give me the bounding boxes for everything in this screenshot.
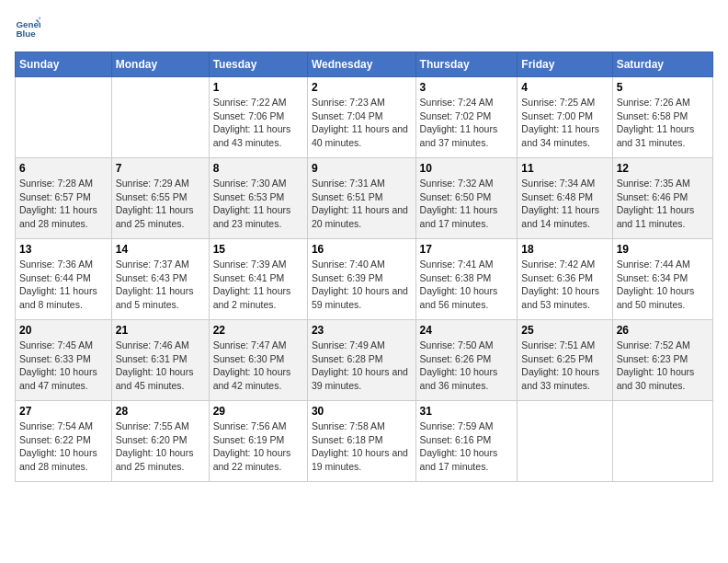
- calendar-header-wednesday: Wednesday: [307, 52, 415, 77]
- day-content: Sunrise: 7:39 AM Sunset: 6:41 PM Dayligh…: [213, 258, 303, 312]
- day-number: 1: [213, 81, 303, 94]
- calendar-table: SundayMondayTuesdayWednesdayThursdayFrid…: [15, 52, 713, 482]
- calendar-week-row: 20Sunrise: 7:45 AM Sunset: 6:33 PM Dayli…: [16, 320, 713, 401]
- day-content: Sunrise: 7:56 AM Sunset: 6:19 PM Dayligh…: [213, 419, 303, 474]
- day-content: Sunrise: 7:41 AM Sunset: 6:38 PM Dayligh…: [420, 258, 514, 312]
- day-content: Sunrise: 7:51 AM Sunset: 6:25 PM Dayligh…: [521, 339, 608, 393]
- day-number: 15: [213, 243, 303, 256]
- day-number: 13: [19, 243, 108, 256]
- day-content: Sunrise: 7:28 AM Sunset: 6:57 PM Dayligh…: [19, 177, 108, 231]
- calendar-cell: 16Sunrise: 7:40 AM Sunset: 6:39 PM Dayli…: [307, 239, 415, 320]
- calendar-cell: 10Sunrise: 7:32 AM Sunset: 6:50 PM Dayli…: [415, 158, 518, 239]
- day-number: 25: [521, 324, 608, 337]
- day-content: Sunrise: 7:46 AM Sunset: 6:31 PM Dayligh…: [116, 339, 205, 393]
- day-content: Sunrise: 7:36 AM Sunset: 6:44 PM Dayligh…: [19, 258, 108, 312]
- calendar-cell: 15Sunrise: 7:39 AM Sunset: 6:41 PM Dayli…: [209, 239, 307, 320]
- day-content: Sunrise: 7:54 AM Sunset: 6:22 PM Dayligh…: [19, 419, 108, 474]
- calendar-cell: 19Sunrise: 7:44 AM Sunset: 6:34 PM Dayli…: [612, 239, 712, 320]
- day-number: 4: [521, 81, 608, 94]
- day-content: Sunrise: 7:32 AM Sunset: 6:50 PM Dayligh…: [420, 177, 514, 231]
- day-content: Sunrise: 7:29 AM Sunset: 6:55 PM Dayligh…: [116, 177, 205, 231]
- calendar-cell: 31Sunrise: 7:59 AM Sunset: 6:16 PM Dayli…: [415, 401, 518, 482]
- calendar-cell: 12Sunrise: 7:35 AM Sunset: 6:46 PM Dayli…: [612, 158, 712, 239]
- calendar-cell: 30Sunrise: 7:58 AM Sunset: 6:18 PM Dayli…: [307, 401, 415, 482]
- day-number: 18: [521, 243, 608, 256]
- day-number: 26: [617, 324, 709, 337]
- day-content: Sunrise: 7:35 AM Sunset: 6:46 PM Dayligh…: [617, 177, 709, 231]
- day-number: 27: [19, 405, 108, 418]
- day-number: 29: [213, 405, 303, 418]
- day-content: Sunrise: 7:25 AM Sunset: 7:00 PM Dayligh…: [521, 96, 608, 150]
- calendar-cell: [518, 401, 612, 482]
- day-number: 11: [521, 162, 608, 175]
- day-number: 2: [312, 81, 412, 94]
- calendar-cell: 3Sunrise: 7:24 AM Sunset: 7:02 PM Daylig…: [415, 77, 518, 158]
- day-number: 28: [116, 405, 205, 418]
- day-content: Sunrise: 7:22 AM Sunset: 7:06 PM Dayligh…: [213, 96, 303, 150]
- calendar-cell: [612, 401, 712, 482]
- calendar-cell: 29Sunrise: 7:56 AM Sunset: 6:19 PM Dayli…: [209, 401, 307, 482]
- calendar-header-thursday: Thursday: [415, 52, 518, 77]
- calendar-cell: 13Sunrise: 7:36 AM Sunset: 6:44 PM Dayli…: [16, 239, 112, 320]
- calendar-week-row: 27Sunrise: 7:54 AM Sunset: 6:22 PM Dayli…: [16, 401, 713, 482]
- day-number: 22: [213, 324, 303, 337]
- calendar-cell: 2Sunrise: 7:23 AM Sunset: 7:04 PM Daylig…: [307, 77, 415, 158]
- day-number: 6: [19, 162, 108, 175]
- day-content: Sunrise: 7:58 AM Sunset: 6:18 PM Dayligh…: [312, 419, 412, 474]
- day-number: 31: [420, 405, 514, 418]
- calendar-week-row: 1Sunrise: 7:22 AM Sunset: 7:06 PM Daylig…: [16, 77, 713, 158]
- calendar-header-monday: Monday: [111, 52, 209, 77]
- day-content: Sunrise: 7:30 AM Sunset: 6:53 PM Dayligh…: [213, 177, 303, 231]
- calendar-week-row: 6Sunrise: 7:28 AM Sunset: 6:57 PM Daylig…: [16, 158, 713, 239]
- day-content: Sunrise: 7:50 AM Sunset: 6:26 PM Dayligh…: [420, 339, 514, 393]
- calendar-cell: 22Sunrise: 7:47 AM Sunset: 6:30 PM Dayli…: [209, 320, 307, 401]
- day-number: 24: [420, 324, 514, 337]
- day-content: Sunrise: 7:44 AM Sunset: 6:34 PM Dayligh…: [617, 258, 709, 312]
- svg-text:Blue: Blue: [16, 29, 36, 39]
- day-number: 14: [116, 243, 205, 256]
- calendar-week-row: 13Sunrise: 7:36 AM Sunset: 6:44 PM Dayli…: [16, 239, 713, 320]
- day-content: Sunrise: 7:40 AM Sunset: 6:39 PM Dayligh…: [312, 258, 412, 312]
- day-content: Sunrise: 7:26 AM Sunset: 6:58 PM Dayligh…: [617, 96, 709, 150]
- day-content: Sunrise: 7:31 AM Sunset: 6:51 PM Dayligh…: [312, 177, 412, 231]
- day-content: Sunrise: 7:52 AM Sunset: 6:23 PM Dayligh…: [617, 339, 709, 393]
- calendar-header-sunday: Sunday: [16, 52, 112, 77]
- day-number: 9: [312, 162, 412, 175]
- calendar-cell: 8Sunrise: 7:30 AM Sunset: 6:53 PM Daylig…: [209, 158, 307, 239]
- day-content: Sunrise: 7:55 AM Sunset: 6:20 PM Dayligh…: [116, 419, 205, 474]
- calendar-cell: 1Sunrise: 7:22 AM Sunset: 7:06 PM Daylig…: [209, 77, 307, 158]
- day-number: 21: [116, 324, 205, 337]
- page-header: General Blue: [15, 15, 713, 40]
- calendar-cell: 11Sunrise: 7:34 AM Sunset: 6:48 PM Dayli…: [518, 158, 612, 239]
- logo-icon: General Blue: [15, 15, 40, 40]
- day-number: 5: [617, 81, 709, 94]
- calendar-cell: 7Sunrise: 7:29 AM Sunset: 6:55 PM Daylig…: [111, 158, 209, 239]
- day-content: Sunrise: 7:23 AM Sunset: 7:04 PM Dayligh…: [312, 96, 412, 150]
- day-number: 19: [617, 243, 709, 256]
- day-content: Sunrise: 7:49 AM Sunset: 6:28 PM Dayligh…: [312, 339, 412, 393]
- calendar-header-friday: Friday: [518, 52, 612, 77]
- day-number: 17: [420, 243, 514, 256]
- day-content: Sunrise: 7:34 AM Sunset: 6:48 PM Dayligh…: [521, 177, 608, 231]
- calendar-cell: 20Sunrise: 7:45 AM Sunset: 6:33 PM Dayli…: [16, 320, 112, 401]
- day-number: 16: [312, 243, 412, 256]
- calendar-cell: 23Sunrise: 7:49 AM Sunset: 6:28 PM Dayli…: [307, 320, 415, 401]
- calendar-cell: 27Sunrise: 7:54 AM Sunset: 6:22 PM Dayli…: [16, 401, 112, 482]
- calendar-cell: 28Sunrise: 7:55 AM Sunset: 6:20 PM Dayli…: [111, 401, 209, 482]
- day-number: 12: [617, 162, 709, 175]
- day-content: Sunrise: 7:45 AM Sunset: 6:33 PM Dayligh…: [19, 339, 108, 393]
- day-number: 20: [19, 324, 108, 337]
- calendar-cell: 6Sunrise: 7:28 AM Sunset: 6:57 PM Daylig…: [16, 158, 112, 239]
- day-number: 3: [420, 81, 514, 94]
- day-content: Sunrise: 7:59 AM Sunset: 6:16 PM Dayligh…: [420, 419, 514, 474]
- calendar-cell: 4Sunrise: 7:25 AM Sunset: 7:00 PM Daylig…: [518, 77, 612, 158]
- day-number: 8: [213, 162, 303, 175]
- calendar-cell: 21Sunrise: 7:46 AM Sunset: 6:31 PM Dayli…: [111, 320, 209, 401]
- day-content: Sunrise: 7:37 AM Sunset: 6:43 PM Dayligh…: [116, 258, 205, 312]
- calendar-cell: 17Sunrise: 7:41 AM Sunset: 6:38 PM Dayli…: [415, 239, 518, 320]
- calendar-cell: 14Sunrise: 7:37 AM Sunset: 6:43 PM Dayli…: [111, 239, 209, 320]
- day-content: Sunrise: 7:42 AM Sunset: 6:36 PM Dayligh…: [521, 258, 608, 312]
- day-content: Sunrise: 7:47 AM Sunset: 6:30 PM Dayligh…: [213, 339, 303, 393]
- logo: General Blue: [15, 15, 42, 40]
- calendar-header-saturday: Saturday: [612, 52, 712, 77]
